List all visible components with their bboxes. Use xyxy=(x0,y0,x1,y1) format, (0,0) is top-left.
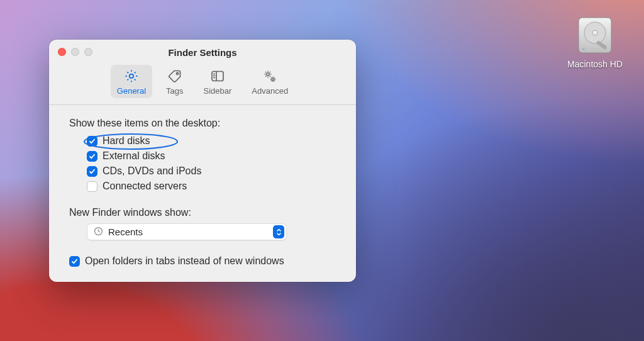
checkbox-row-connected-servers: Connected servers xyxy=(87,181,336,192)
checkbox-open-in-tabs[interactable] xyxy=(69,256,80,267)
svg-point-6 xyxy=(176,72,178,74)
tab-label: Tags xyxy=(166,86,183,96)
sidebar-icon xyxy=(210,69,225,84)
checkbox-label: Open folders in tabs instead of new wind… xyxy=(85,255,284,267)
desktop-disk-item[interactable]: Macintosh HD xyxy=(564,15,626,69)
zoom-button[interactable] xyxy=(84,48,92,56)
desktop: Macintosh HD Finder Settings General xyxy=(0,0,644,341)
checkbox-row-cds-dvds-ipods: CDs, DVDs and iPods xyxy=(87,165,336,177)
dropdown-arrows xyxy=(273,225,284,238)
new-finder-windows-select[interactable]: Recents xyxy=(87,223,287,240)
checkbox-label: Connected servers xyxy=(103,181,187,192)
gear-icon xyxy=(124,69,139,84)
desktop-disk-label: Macintosh HD xyxy=(564,59,626,69)
gears-icon xyxy=(262,69,277,84)
checkbox-label: Hard disks xyxy=(103,135,150,147)
tab-tags[interactable]: Tags xyxy=(160,65,189,98)
svg-point-2 xyxy=(592,30,597,35)
checkbox-connected-servers[interactable] xyxy=(87,181,97,192)
select-value: Recents xyxy=(108,226,143,237)
window-title: Finder Settings xyxy=(168,47,236,58)
traffic-lights xyxy=(58,48,92,56)
checkbox-label: External disks xyxy=(103,150,165,162)
desktop-items-heading: Show these items on the desktop: xyxy=(69,118,336,129)
svg-point-13 xyxy=(272,78,274,81)
tab-label: General xyxy=(117,86,146,96)
checkbox-external-disks[interactable] xyxy=(87,151,97,162)
svg-point-12 xyxy=(267,73,269,75)
window-content: Show these items on the desktop: Hard di… xyxy=(49,105,356,282)
tab-label: Sidebar xyxy=(204,86,232,96)
checkbox-label: CDs, DVDs and iPods xyxy=(103,165,201,177)
checkbox-cds-dvds-ipods[interactable] xyxy=(87,166,97,177)
desktop-items-list: Hard disks External disks CDs, DVDs and … xyxy=(69,135,336,192)
checkbox-hard-disks[interactable] xyxy=(87,136,97,147)
tab-advanced[interactable]: Advanced xyxy=(245,65,294,98)
toolbar-tabs: General Tags xyxy=(49,65,356,104)
clock-icon xyxy=(94,226,103,238)
minimize-button[interactable] xyxy=(71,48,79,56)
hard-disk-icon xyxy=(575,15,615,55)
window-titlebar: Finder Settings xyxy=(49,40,356,65)
new-finder-windows-heading: New Finder windows show: xyxy=(69,207,336,218)
close-button[interactable] xyxy=(58,48,66,56)
checkbox-row-hard-disks: Hard disks xyxy=(87,135,336,147)
svg-point-5 xyxy=(130,74,133,78)
tab-general[interactable]: General xyxy=(111,65,152,98)
tab-sidebar[interactable]: Sidebar xyxy=(197,65,238,98)
tag-icon xyxy=(167,69,182,84)
finder-settings-window: Finder Settings General xyxy=(49,40,356,282)
tab-label: Advanced xyxy=(252,86,288,96)
checkbox-row-open-in-tabs: Open folders in tabs instead of new wind… xyxy=(69,255,336,267)
checkbox-row-external-disks: External disks xyxy=(87,150,336,162)
svg-point-4 xyxy=(583,48,585,50)
